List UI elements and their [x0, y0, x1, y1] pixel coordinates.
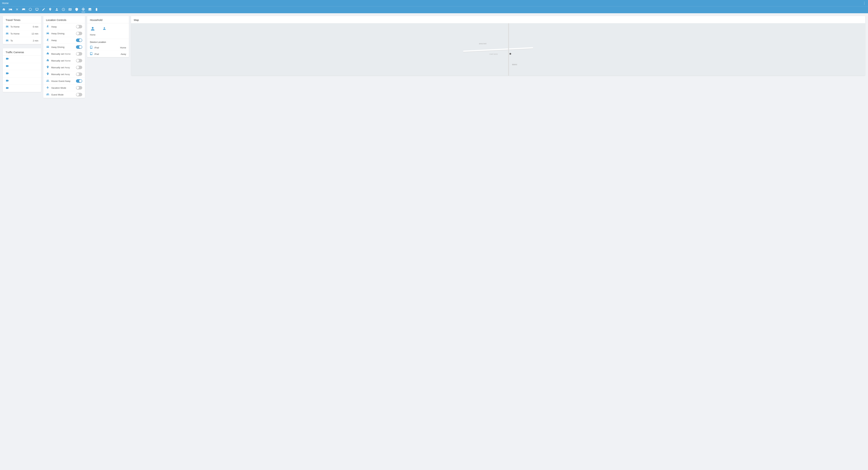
loc-label-6: Manually set Away [51, 66, 74, 69]
toggle-3[interactable] [76, 45, 82, 49]
toggle-0[interactable] [76, 25, 82, 28]
location-row-0: Away [43, 23, 85, 30]
nav-clock-icon[interactable] [62, 8, 65, 12]
nav-shield-icon[interactable] [75, 8, 79, 12]
navbar [0, 6, 868, 13]
svg-text:area text: area text [479, 42, 487, 44]
device-row-0: iPad Home [87, 44, 129, 51]
device-label-1: iPad [94, 53, 119, 55]
camera-row [3, 85, 41, 92]
household-member-1 [102, 26, 106, 36]
travel-label: To Home [10, 25, 31, 28]
travel-times-card: Travel Times To Home 0 min To Home 12 mi… [3, 16, 41, 44]
car-icon [6, 25, 9, 29]
loc-label-4: Manually set Home [51, 53, 74, 55]
nav-monitor-icon[interactable] [35, 8, 39, 12]
toggle-2[interactable] [76, 38, 82, 42]
nav-pin-icon[interactable] [49, 8, 52, 12]
toggle-5[interactable] [76, 59, 82, 62]
camera-row [3, 63, 41, 70]
camera-icon [6, 72, 9, 76]
location-row-2: Away [43, 37, 85, 44]
car-icon [46, 45, 50, 49]
location-row-5: Manually set Home [43, 57, 85, 64]
toggle-9[interactable] [76, 86, 82, 90]
nav-tools-icon[interactable] [16, 8, 19, 12]
car-icon [46, 32, 50, 35]
nav-bed-icon[interactable] [22, 8, 25, 12]
location-row-10: Guest Mode [43, 91, 85, 98]
travel-time: 2 min [33, 39, 38, 42]
travel-times-title: Travel Times [3, 16, 41, 23]
tablet-icon [90, 46, 93, 49]
camera-icon [6, 87, 9, 90]
nav-map-icon[interactable] [68, 8, 72, 12]
nav-home-icon[interactable] [2, 8, 6, 12]
travel-time: 12 min [32, 32, 38, 35]
person-icon [102, 26, 106, 32]
nav-person-icon[interactable] [55, 8, 59, 12]
travel-row: To Home 12 min [3, 30, 41, 37]
device-label-0: iPad [94, 46, 118, 49]
device-status-1: Away [121, 53, 126, 55]
travel-label: To [10, 39, 31, 42]
nav-image-icon[interactable] [88, 8, 92, 12]
loc-label-10: Guest Mode [51, 93, 74, 96]
map-svg: area text road name district [131, 23, 865, 75]
svg-text:district: district [512, 64, 517, 65]
camera-icon [6, 80, 9, 83]
traffic-cameras-title: Traffic Cameras [3, 48, 41, 56]
more-menu-button[interactable]: ⋮ [863, 1, 866, 5]
walk-icon [46, 38, 50, 42]
member-label-0: Home [90, 34, 95, 36]
person-icon [90, 26, 95, 33]
map-title: Map [131, 16, 865, 23]
location-row-9: Vacation Mode [43, 85, 85, 91]
location-row-8: House Guest Away [43, 78, 85, 85]
main-content: Travel Times To Home 0 min To Home 12 mi… [0, 13, 868, 470]
car-icon [6, 32, 9, 36]
household-title: Household [87, 16, 129, 23]
toggle-1[interactable] [76, 32, 82, 35]
svg-text:road name: road name [489, 53, 498, 55]
location-controls-card: Location Controls Away Away Driving Away [43, 16, 85, 98]
location-row-4: Manually set Home [43, 51, 85, 57]
loc-label-1: Away Driving [51, 32, 74, 35]
toggle-4[interactable] [76, 52, 82, 56]
people-icon [46, 79, 50, 83]
map-area[interactable]: area text road name district [131, 23, 865, 75]
household-members: Home [87, 23, 129, 39]
camera-row [3, 56, 41, 63]
nav-battery-icon[interactable] [95, 8, 98, 12]
people-icon [46, 93, 50, 96]
location-row-6: Manually set Away [43, 64, 85, 71]
loc-label-3: Away Driving [51, 46, 74, 49]
loc-label-7: Manually set Away [51, 73, 74, 75]
loc-label-8: House Guest Away [51, 80, 74, 83]
device-status-0: Home [120, 46, 126, 49]
location-row-7: Manually set Away [43, 71, 85, 78]
camera-row [3, 77, 41, 85]
device-row-1: iPad Away [87, 51, 129, 57]
location-row-1: Away Driving [43, 30, 85, 37]
car-icon [6, 39, 9, 43]
loc-label-0: Away [51, 25, 74, 28]
map-card: Map area text road name district [131, 16, 865, 75]
tablet-icon [90, 52, 93, 56]
left-column: Travel Times To Home 0 min To Home 12 mi… [3, 16, 41, 92]
home-pin-icon [46, 59, 50, 63]
toggle-6[interactable] [76, 66, 82, 69]
toggle-8[interactable] [76, 79, 82, 83]
nav-location-active-icon[interactable] [82, 7, 85, 12]
location-row-3: Away Driving [43, 44, 85, 51]
household-card: Household Home Device Location iPad Home [87, 16, 129, 57]
travel-label: To Home [10, 32, 30, 35]
nav-edit-icon[interactable] [42, 8, 45, 12]
svg-point-7 [509, 53, 511, 55]
nav-thermostat-icon[interactable] [29, 8, 32, 12]
toggle-7[interactable] [76, 72, 82, 76]
loc-label-9: Vacation Mode [51, 87, 74, 89]
toggle-10[interactable] [76, 93, 82, 96]
camera-row [3, 70, 41, 77]
nav-bedroom-icon[interactable] [9, 8, 12, 12]
